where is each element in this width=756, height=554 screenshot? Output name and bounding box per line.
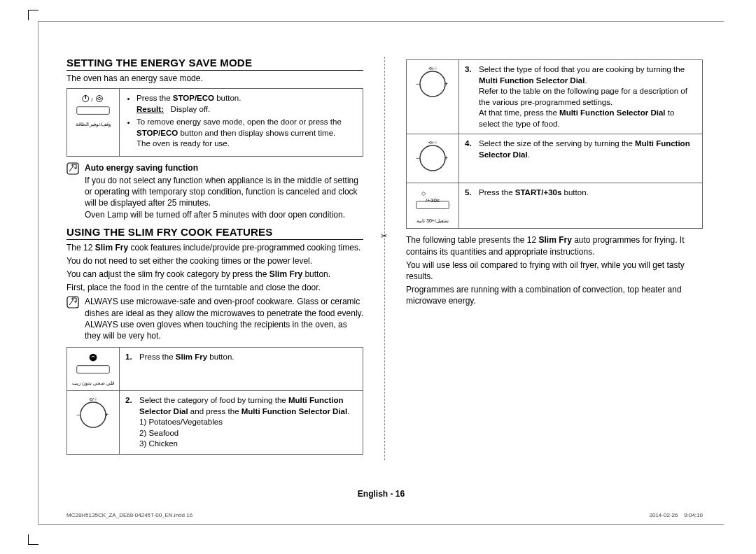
crop-mark-top-left bbox=[28, 10, 38, 20]
stop-eco-icon: / bbox=[72, 93, 114, 117]
energy-intro: The oven has an energy save mode. bbox=[66, 73, 363, 84]
slim-p3: You can adjust the slim fry cook categor… bbox=[66, 269, 363, 280]
right-column: ⟲/☉ −+ 3. Select the type of food that y… bbox=[406, 57, 703, 460]
svg-text:+: + bbox=[444, 155, 448, 162]
selector-dial-icon: ⟲/☉ −+ bbox=[414, 138, 451, 175]
slim-p1: The 12 Slim Fry cook features include/pr… bbox=[66, 242, 363, 253]
page-frame: SETTING THE ENERGY SAVE MODE The oven ha… bbox=[38, 21, 724, 525]
dial-icon-cell-1: ⟲/☉ −+ bbox=[67, 391, 120, 455]
step-1: 1. Press the Slim Fry button. bbox=[120, 348, 363, 391]
note-icon bbox=[66, 162, 79, 175]
step-5: 5. Press the START/+30s button. bbox=[459, 183, 703, 229]
svg-rect-8 bbox=[77, 366, 110, 374]
eco-bullet-2: To remove energy save mode, open the doo… bbox=[136, 117, 357, 150]
svg-text:+: + bbox=[105, 411, 108, 418]
svg-rect-4 bbox=[77, 107, 110, 115]
svg-point-17 bbox=[420, 145, 445, 171]
right-p3: Programmes are running with a combinatio… bbox=[406, 284, 703, 306]
slim-steps-table-right: ⟲/☉ −+ 3. Select the type of food that y… bbox=[406, 59, 703, 229]
imprint-right: 2014-02-26 9:04:10 bbox=[649, 512, 703, 518]
svg-text:−: − bbox=[416, 80, 419, 87]
dial-icon-cell-3: ⟲/☉ −+ bbox=[407, 134, 459, 183]
step-2: 2. Select the category of food by turnin… bbox=[120, 391, 363, 455]
slimfry-button-icon bbox=[72, 352, 114, 376]
right-p1: The following table presents the 12 Slim… bbox=[406, 234, 703, 257]
selector-dial-icon: ⟲/☉ −+ bbox=[414, 64, 451, 101]
svg-point-7 bbox=[90, 354, 97, 362]
eco-icon-cell: / وقف/توفير الطاقة bbox=[67, 89, 120, 157]
imprint-left: MC28H5135CK_ZA_DE68-04245T-00_EN.indd 16 bbox=[66, 512, 192, 518]
slimfry-arabic-label: قلي صحي بدون زيت bbox=[70, 380, 116, 386]
start-arabic-label: تشغيل/+30 ثانية bbox=[410, 218, 456, 224]
slim-p4: First, place the food in the centre of t… bbox=[66, 282, 363, 293]
auto-save-note: Auto energy saving function If you do no… bbox=[66, 162, 363, 220]
svg-point-9 bbox=[80, 402, 106, 427]
cookware-warning: ALWAYS use microwave-safe and oven-proof… bbox=[66, 296, 363, 341]
dial-icon-cell-2: ⟲/☉ −+ bbox=[407, 60, 459, 134]
slim-p2: You do not need to set either the cookin… bbox=[66, 255, 363, 267]
slim-steps-table-left: قلي صحي بدون زيت 1. Press the Slim Fry b… bbox=[66, 347, 363, 455]
svg-text:⟲/☉: ⟲/☉ bbox=[89, 397, 97, 402]
svg-text:−: − bbox=[76, 411, 80, 418]
heading-slim-fry: USING THE SLIM FRY COOK FEATURES bbox=[66, 226, 363, 240]
start-button-icon-cell: ◇ /+30s تشغيل/+30 ثانية bbox=[407, 183, 459, 229]
svg-text:◇: ◇ bbox=[421, 190, 426, 196]
heading-energy-save: SETTING THE ENERGY SAVE MODE bbox=[66, 57, 363, 71]
imprint: MC28H5135CK_ZA_DE68-04245T-00_EN.indd 16… bbox=[66, 512, 703, 518]
note-icon bbox=[66, 296, 79, 308]
note-title: Auto energy saving function bbox=[85, 162, 363, 173]
step-3: 3. Select the type of food that you are … bbox=[459, 60, 703, 134]
scissor-icon: ✂ bbox=[381, 232, 387, 241]
column-divider: ✂ bbox=[384, 57, 385, 460]
page-footer: English - 16 bbox=[38, 489, 724, 499]
eco-instructions: Press the STOP/ECO button. Result: Displ… bbox=[120, 89, 363, 157]
right-p2: You will use less oil compared to frying… bbox=[406, 260, 703, 282]
warn-body: ALWAYS use microwave-safe and oven-proof… bbox=[85, 296, 363, 341]
svg-text:+: + bbox=[444, 80, 448, 87]
svg-text:/: / bbox=[91, 97, 93, 103]
svg-text:⟲/☉: ⟲/☉ bbox=[428, 66, 437, 71]
svg-text:⟲/☉: ⟲/☉ bbox=[428, 141, 437, 145]
eco-table: / وقف/توفير الطاقة Press the STOP/ECO bu… bbox=[66, 88, 363, 157]
note-body-1: If you do not select any function when a… bbox=[85, 176, 358, 208]
note-body-2: Oven Lamp will be turned off after 5 min… bbox=[85, 210, 345, 220]
svg-text:−: − bbox=[416, 155, 419, 162]
selector-dial-icon: ⟲/☉ −+ bbox=[75, 395, 111, 432]
slimfry-button-icon-cell: قلي صحي بدون زيت bbox=[67, 348, 120, 391]
crop-mark-bottom-left bbox=[28, 534, 38, 545]
eco-bullet-1: Press the STOP/ECO button. Result: Displ… bbox=[136, 93, 357, 115]
left-column: SETTING THE ENERGY SAVE MODE The oven ha… bbox=[66, 57, 363, 460]
step-4: 4. Select the size of the serving by tur… bbox=[459, 134, 703, 183]
svg-point-13 bbox=[420, 71, 445, 97]
eco-arabic-label: وقف/توفير الطاقة bbox=[70, 121, 116, 127]
